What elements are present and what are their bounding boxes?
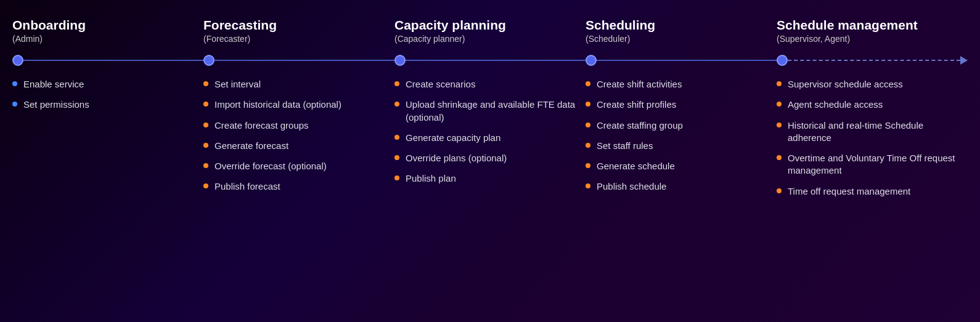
items-list-schedule_management: Supervisor schedule accessAgent schedule…	[777, 78, 963, 198]
timeline-dot-forecasting	[203, 55, 214, 66]
item-text: Upload shrinkage and available FTE data …	[406, 99, 581, 124]
item-text: Agent schedule access	[788, 99, 883, 111]
item-bullet	[203, 163, 208, 168]
timeline-line-0	[23, 60, 203, 61]
item-bullet	[586, 81, 590, 86]
header-cell-forecasting: Forecasting(Forecaster)	[203, 17, 394, 44]
list-item: Override forecast (optional)	[203, 160, 390, 172]
item-text: Publish schedule	[597, 180, 666, 193]
col-subtitle-onboarding: (Admin)	[12, 34, 197, 44]
col-title-scheduling: Scheduling	[586, 17, 770, 33]
timeline-segment-schedule_management	[777, 55, 968, 66]
timeline-line-1	[214, 60, 394, 61]
item-text: Time off request management	[788, 185, 910, 198]
item-bullet	[203, 123, 208, 127]
item-bullet	[777, 81, 782, 86]
item-text: Create shift activities	[597, 78, 682, 91]
timeline-segment-forecasting	[203, 55, 394, 66]
header-cell-capacity_planning: Capacity planning(Capacity planner)	[394, 17, 586, 44]
item-bullet	[203, 183, 208, 188]
item-text: Import historical data (optional)	[214, 99, 341, 111]
item-bullet	[394, 81, 399, 86]
item-bullet	[12, 102, 17, 107]
item-text: Publish plan	[406, 172, 456, 185]
item-text: Create forecast groups	[214, 119, 309, 132]
items-row: Enable serviceSet permissionsSet interva…	[12, 78, 968, 206]
col-subtitle-scheduling: (Scheduler)	[586, 34, 770, 44]
col-subtitle-schedule_management: (Supervisor, Agent)	[777, 34, 962, 44]
list-item: Set permissions	[12, 99, 198, 111]
list-item: Import historical data (optional)	[203, 99, 390, 111]
col-subtitle-capacity_planning: (Capacity planner)	[394, 34, 579, 44]
item-bullet	[203, 102, 208, 107]
header-cell-schedule_management: Schedule management(Supervisor, Agent)	[777, 17, 968, 44]
item-bullet	[777, 123, 782, 127]
item-bullet	[394, 135, 399, 140]
list-item: Publish plan	[394, 172, 581, 185]
item-text: Create shift profiles	[597, 99, 676, 111]
item-bullet	[586, 183, 590, 188]
list-item: Create forecast groups	[203, 119, 390, 132]
items-col-capacity_planning: Create scenariosUpload shrinkage and ava…	[394, 78, 586, 193]
timeline-segment-scheduling	[586, 55, 777, 66]
header-cell-scheduling: Scheduling(Scheduler)	[586, 17, 777, 44]
item-bullet	[203, 81, 208, 86]
timeline-dot-schedule_management	[777, 55, 788, 66]
items-col-scheduling: Create shift activitiesCreate shift prof…	[586, 78, 777, 201]
list-item: Publish schedule	[586, 180, 772, 193]
items-list-onboarding: Enable serviceSet permissions	[12, 78, 198, 111]
item-text: Override forecast (optional)	[214, 160, 327, 172]
timeline-layout: Onboarding(Admin)Forecasting(Forecaster)…	[12, 17, 968, 206]
item-bullet	[586, 123, 590, 127]
timeline-arrow	[960, 56, 968, 65]
header-cell-onboarding: Onboarding(Admin)	[12, 17, 203, 44]
item-text: Create staffing group	[597, 119, 683, 132]
list-item: Historical and real-time Schedule adhere…	[777, 119, 963, 145]
col-title-capacity_planning: Capacity planning	[394, 17, 579, 33]
item-text: Generate capacity plan	[406, 132, 500, 144]
timeline-line-3	[597, 60, 777, 61]
item-text: Set interval	[214, 78, 261, 91]
items-list-scheduling: Create shift activitiesCreate shift prof…	[586, 78, 772, 193]
timeline-segment-capacity_planning	[394, 55, 586, 66]
item-text: Create scenarios	[406, 78, 475, 91]
col-title-schedule_management: Schedule management	[777, 17, 962, 33]
items-col-forecasting: Set intervalImport historical data (opti…	[203, 78, 394, 201]
item-text: Set staff rules	[597, 140, 653, 152]
headers-row: Onboarding(Admin)Forecasting(Forecaster)…	[12, 17, 968, 44]
col-subtitle-forecasting: (Forecaster)	[203, 34, 388, 44]
items-list-capacity_planning: Create scenariosUpload shrinkage and ava…	[394, 78, 581, 185]
list-item: Generate capacity plan	[394, 132, 581, 144]
list-item: Overtime and Voluntary Time Off request …	[777, 152, 963, 177]
item-bullet	[12, 81, 17, 86]
timeline-dot-capacity_planning	[394, 55, 406, 66]
list-item: Publish forecast	[203, 180, 390, 193]
list-item: Upload shrinkage and available FTE data …	[394, 99, 581, 124]
list-item: Supervisor schedule access	[777, 78, 963, 91]
item-text: Publish forecast	[214, 180, 280, 193]
item-bullet	[586, 102, 590, 107]
items-col-schedule_management: Supervisor schedule accessAgent schedule…	[777, 78, 968, 206]
item-text: Enable service	[23, 78, 84, 91]
item-bullet	[203, 143, 208, 148]
timeline-line-2	[406, 60, 586, 61]
item-text: Generate forecast	[214, 140, 288, 152]
timeline-dot-scheduling	[586, 55, 597, 66]
list-item: Create scenarios	[394, 78, 581, 91]
item-bullet	[394, 155, 399, 160]
main-container: Onboarding(Admin)Forecasting(Forecaster)…	[0, 0, 980, 322]
item-bullet	[777, 102, 782, 107]
list-item: Set staff rules	[586, 140, 772, 152]
list-item: Override plans (optional)	[394, 152, 581, 164]
item-text: Overtime and Voluntary Time Off request …	[788, 152, 963, 177]
timeline-row	[12, 51, 968, 70]
list-item: Create staffing group	[586, 119, 772, 132]
timeline-dot-onboarding	[12, 55, 23, 66]
item-bullet	[586, 163, 590, 168]
items-list-forecasting: Set intervalImport historical data (opti…	[203, 78, 390, 193]
list-item: Create shift activities	[586, 78, 772, 91]
items-col-onboarding: Enable serviceSet permissions	[12, 78, 203, 119]
item-text: Supervisor schedule access	[788, 78, 903, 91]
item-text: Generate schedule	[597, 160, 675, 172]
list-item: Generate forecast	[203, 140, 390, 152]
